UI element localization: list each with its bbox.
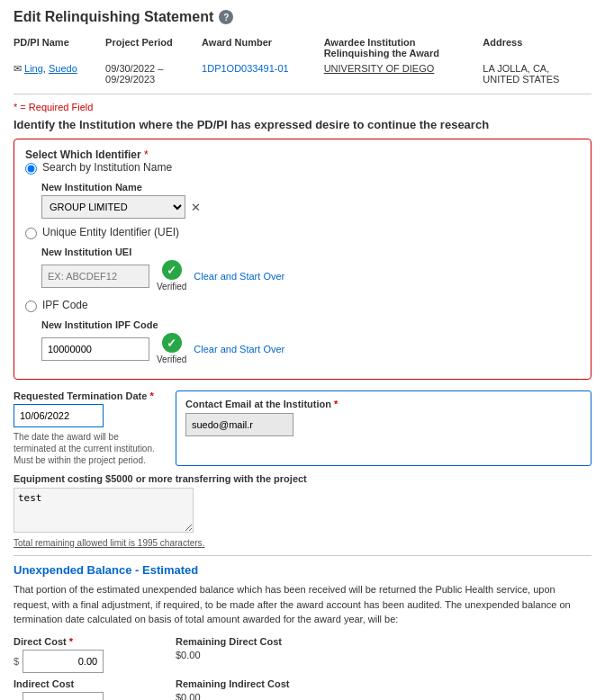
ipf-check-icon: ✓	[162, 333, 182, 353]
contact-label: Contact Email at the Institution *	[185, 399, 582, 409]
page-title: Edit Relinquishing Statement	[14, 9, 213, 25]
col-header-pi: PD/PI Name	[14, 34, 105, 60]
uei-check-icon: ✓	[162, 260, 182, 280]
info-table: PD/PI Name Project Period Award Number A…	[14, 34, 591, 86]
address-cell: LA JOLLA, CA,UNITED STATES	[483, 60, 591, 86]
termination-label: Requested Termination Date *	[14, 390, 158, 401]
unexpended-text: That portion of the estimated unexpended…	[14, 582, 591, 627]
radio-option-institution: Search by Institution Name	[25, 161, 580, 175]
ipf-input-row: ✓ Verified Clear and Start Over	[41, 333, 580, 364]
col-header-award: Award Number	[202, 34, 324, 60]
awardee-institution-cell: UNIVERSITY OF DIEGO	[324, 60, 483, 86]
help-icon[interactable]: ?	[219, 10, 233, 24]
termination-note: The date the award will be terminated at…	[14, 431, 158, 466]
indirect-remaining-value: $0.00	[176, 692, 591, 701]
uei-verified-col: ✓ Verified	[157, 260, 186, 292]
institution-name-label: New Institution Name	[41, 182, 580, 193]
uei-verified-text: Verified	[157, 282, 186, 292]
divider-1	[14, 94, 591, 94]
cost-grid: Direct Cost * $ Remaining Direct Cost $0…	[14, 636, 591, 701]
divider-2	[14, 555, 591, 556]
indirect-cost-left: Indirect Cost $	[14, 678, 158, 701]
unexpended-title: Unexpended Balance - Estimated	[14, 563, 591, 577]
pi-name-cell: ✉ Ling, Suedo	[14, 60, 105, 86]
equipment-textarea[interactable]: test	[14, 488, 194, 533]
equipment-label: Equipment costing $5000 or more transfer…	[14, 473, 591, 484]
ipf-input[interactable]	[41, 337, 149, 361]
termination-contact-section: Requested Termination Date * The date th…	[14, 390, 591, 466]
radio-uei[interactable]	[25, 228, 37, 239]
project-period-cell: 09/30/2022 –09/29/2023	[105, 60, 202, 86]
radio-institution-label: Search by Institution Name	[42, 161, 172, 174]
radio-option-uei: Unique Entity Identifier (UEI)	[25, 226, 580, 239]
direct-remaining-value: $0.00	[176, 650, 591, 660]
institution-clear-btn[interactable]: ✕	[189, 201, 203, 214]
contact-col: Contact Email at the Institution *	[176, 390, 591, 466]
direct-dollar: $	[14, 656, 19, 667]
email-icon: ✉	[14, 63, 22, 74]
indirect-cost-input-row: $	[14, 692, 158, 701]
indirect-remaining-label: Remaining Indirect Cost	[176, 678, 591, 689]
indirect-cost-input[interactable]	[23, 692, 104, 701]
radio-uei-label: Unique Entity Identifier (UEI)	[42, 226, 179, 238]
identifier-title: Select Which Identifier *	[25, 148, 580, 161]
pi-first-name-link[interactable]: Ling	[24, 63, 43, 74]
col-header-period: Project Period	[105, 34, 202, 60]
award-number-cell: 1DP1OD033491-01	[202, 60, 324, 86]
direct-remaining-label: Remaining Direct Cost	[176, 636, 591, 647]
col-header-address: Address	[483, 34, 591, 60]
ipf-verified-text: Verified	[157, 354, 186, 364]
equipment-section: Equipment costing $5000 or more transfer…	[14, 473, 591, 548]
institution-select-wrapper: GROUP LIMITED ✕	[41, 195, 580, 219]
indirect-cost-right: Remaining Indirect Cost $0.00	[176, 678, 591, 701]
required-note: * = Required Field	[14, 102, 591, 112]
ipf-label: New Institution IPF Code	[41, 319, 580, 330]
uei-clear-link[interactable]: Clear and Start Over	[194, 271, 284, 282]
contact-email-input[interactable]	[185, 413, 293, 436]
termination-date-input[interactable]	[14, 404, 104, 427]
pi-last-name-link[interactable]: Suedo	[49, 63, 77, 74]
col-header-institution: Awardee InstitutionRelinquishing the Awa…	[324, 34, 483, 60]
radio-option-ipf: IPF Code	[25, 299, 580, 312]
uei-input-row: ✓ Verified Clear and Start Over	[41, 260, 580, 292]
identify-heading: Identify the Institution where the PD/PI…	[14, 118, 591, 131]
direct-cost-input[interactable]	[23, 650, 104, 673]
institution-select[interactable]: GROUP LIMITED	[41, 195, 185, 219]
radio-institution[interactable]	[25, 163, 37, 175]
char-note: Total remaining allowed limit is 1995 ch…	[14, 538, 591, 548]
direct-cost-right: Remaining Direct Cost $0.00	[176, 636, 591, 673]
ipf-verified-col: ✓ Verified	[157, 333, 186, 364]
radio-ipf-label: IPF Code	[42, 299, 88, 311]
radio-ipf[interactable]	[25, 301, 37, 312]
ipf-clear-link[interactable]: Clear and Start Over	[194, 344, 284, 354]
indirect-cost-label: Indirect Cost	[14, 678, 158, 689]
award-number-link[interactable]: 1DP1OD033491-01	[202, 63, 289, 74]
direct-cost-label: Direct Cost *	[14, 636, 158, 647]
identifier-box: Select Which Identifier * Search by Inst…	[14, 139, 591, 380]
termination-col: Requested Termination Date * The date th…	[14, 390, 158, 466]
direct-cost-input-row: $	[14, 650, 158, 673]
uei-input[interactable]	[41, 265, 149, 288]
direct-cost-left: Direct Cost * $	[14, 636, 158, 673]
uei-label: New Institution UEI	[41, 247, 580, 257]
